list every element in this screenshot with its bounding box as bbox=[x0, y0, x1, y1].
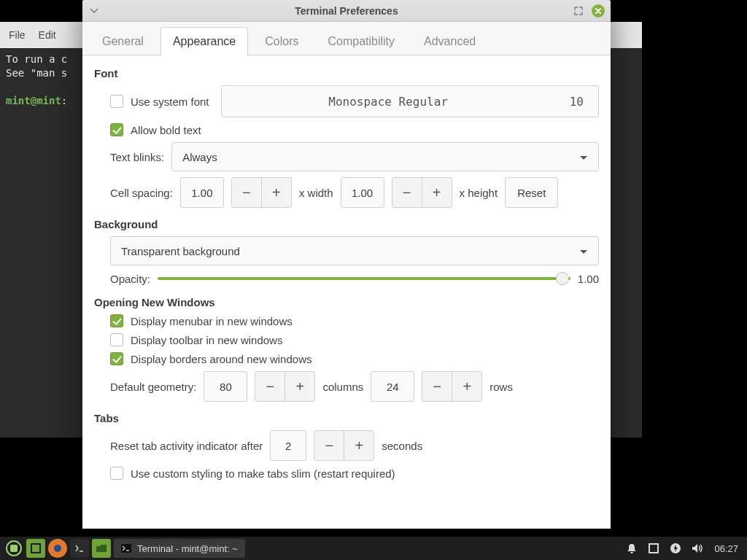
taskbar-active-window[interactable]: Terminal - mint@mint: ~ bbox=[114, 539, 245, 558]
font-size: 10 bbox=[570, 95, 584, 109]
terminal-icon bbox=[121, 544, 131, 553]
window-menu-icon[interactable] bbox=[88, 5, 100, 17]
opacity-label: Opacity: bbox=[110, 273, 150, 285]
font-chooser-button[interactable]: Monospace Regular 10 bbox=[221, 85, 599, 117]
geometry-cols-dec[interactable]: − bbox=[255, 371, 285, 402]
menu-edit[interactable]: Edit bbox=[39, 29, 56, 41]
tab-appearance[interactable]: Appearance bbox=[160, 27, 248, 55]
cell-spacing-label: Cell spacing: bbox=[110, 187, 173, 199]
geometry-cols-inc[interactable]: + bbox=[285, 371, 315, 402]
cell-spacing-height-dec[interactable]: − bbox=[392, 177, 422, 208]
cell-spacing-width-input[interactable]: 1.00 bbox=[180, 177, 224, 208]
font-name: Monospace Regular bbox=[236, 95, 541, 109]
text-blinks-label: Text blinks: bbox=[110, 151, 164, 163]
section-tabs: Tabs bbox=[94, 412, 599, 424]
cell-spacing-width-dec[interactable]: − bbox=[231, 177, 262, 208]
display-menubar-checkbox[interactable] bbox=[110, 314, 123, 327]
default-geometry-label: Default geometry: bbox=[110, 381, 196, 393]
geometry-rows-inc[interactable]: + bbox=[452, 371, 482, 402]
use-system-font-checkbox[interactable] bbox=[110, 95, 123, 108]
reset-indicator-label: Reset tab activity indicator after bbox=[110, 440, 263, 452]
cell-spacing-height-inc[interactable]: + bbox=[422, 177, 452, 208]
notifications-icon[interactable] bbox=[622, 539, 641, 558]
text-blinks-select[interactable]: Always bbox=[171, 142, 599, 171]
tab-general[interactable]: General bbox=[90, 27, 156, 55]
cell-spacing-width-inc[interactable]: + bbox=[261, 177, 292, 208]
tab-strip: General Appearance Colors Compatibility … bbox=[82, 22, 611, 55]
start-menu-button[interactable] bbox=[4, 539, 23, 558]
reset-indicator-input[interactable]: 2 bbox=[270, 430, 306, 461]
files-launcher[interactable] bbox=[92, 539, 111, 558]
tab-compatibility[interactable]: Compatibility bbox=[315, 27, 407, 55]
section-font: Font bbox=[94, 67, 599, 79]
use-system-font-label: Use system font bbox=[131, 96, 209, 108]
slim-tabs-checkbox[interactable] bbox=[110, 467, 123, 480]
workspace-switcher-icon[interactable] bbox=[644, 539, 663, 558]
cell-spacing-height-input[interactable]: 1.00 bbox=[341, 177, 384, 208]
terminal-launcher[interactable] bbox=[70, 539, 89, 558]
opacity-slider[interactable] bbox=[158, 271, 570, 286]
taskbar: Terminal - mint@mint: ~ 06:27 bbox=[0, 537, 747, 560]
svg-rect-0 bbox=[31, 544, 40, 553]
tab-advanced[interactable]: Advanced bbox=[411, 27, 488, 55]
allow-bold-label: Allow bold text bbox=[131, 124, 201, 136]
display-borders-label: Display borders around new windows bbox=[131, 353, 311, 365]
reset-indicator-suffix: seconds bbox=[382, 440, 422, 452]
taskbar-clock[interactable]: 06:27 bbox=[710, 543, 743, 554]
section-opening-windows: Opening New Windows bbox=[94, 296, 599, 308]
reset-indicator-inc[interactable]: + bbox=[344, 430, 374, 461]
power-icon[interactable] bbox=[666, 539, 685, 558]
slim-tabs-label: Use custom styling to make tabs slim (re… bbox=[131, 467, 395, 480]
terminal-prompt-sep: : bbox=[61, 95, 67, 106]
geometry-cols-suffix: columns bbox=[322, 381, 363, 393]
menu-file[interactable]: File bbox=[9, 29, 26, 41]
background-type-select[interactable]: Transparent background bbox=[110, 236, 599, 265]
display-toolbar-label: Display toolbar in new windows bbox=[131, 334, 282, 346]
show-desktop-button[interactable] bbox=[26, 539, 45, 558]
display-borders-checkbox[interactable] bbox=[110, 352, 123, 365]
geometry-rows-input[interactable]: 24 bbox=[371, 371, 414, 402]
dialog-titlebar[interactable]: Terminal Preferences bbox=[82, 0, 611, 22]
preferences-dialog: Terminal Preferences General Appearance … bbox=[82, 0, 611, 529]
display-toolbar-checkbox[interactable] bbox=[110, 333, 123, 346]
tab-content-appearance: Font Use system font Monospace Regular 1… bbox=[82, 55, 611, 529]
opacity-value: 1.00 bbox=[578, 273, 599, 285]
reset-indicator-dec[interactable]: − bbox=[314, 430, 344, 461]
maximize-icon[interactable] bbox=[573, 5, 584, 17]
display-menubar-label: Display menubar in new windows bbox=[131, 315, 293, 327]
geometry-rows-dec[interactable]: − bbox=[422, 371, 452, 402]
allow-bold-checkbox[interactable] bbox=[110, 123, 123, 136]
firefox-launcher[interactable] bbox=[48, 539, 67, 558]
svg-rect-3 bbox=[649, 544, 658, 553]
text-blinks-value: Always bbox=[182, 151, 217, 163]
taskbar-active-window-title: Terminal - mint@mint: ~ bbox=[137, 543, 238, 554]
geometry-cols-input[interactable]: 80 bbox=[204, 371, 247, 402]
geometry-rows-suffix: rows bbox=[489, 381, 513, 393]
volume-icon[interactable] bbox=[688, 539, 707, 558]
chevron-down-icon bbox=[579, 151, 588, 163]
background-type-value: Transparent background bbox=[121, 245, 240, 257]
svg-point-1 bbox=[54, 545, 61, 552]
tab-colors[interactable]: Colors bbox=[252, 27, 311, 55]
mint-logo-icon bbox=[6, 540, 22, 556]
dialog-title: Terminal Preferences bbox=[295, 5, 398, 17]
svg-rect-2 bbox=[121, 544, 131, 553]
chevron-down-icon bbox=[579, 245, 588, 257]
slider-thumb[interactable] bbox=[556, 272, 569, 285]
terminal-line-2: See "man s bbox=[6, 67, 67, 79]
close-button[interactable] bbox=[592, 4, 605, 18]
cell-spacing-reset-button[interactable]: Reset bbox=[505, 177, 558, 208]
cell-spacing-height-suffix: x height bbox=[460, 187, 498, 199]
cell-spacing-width-suffix: x width bbox=[299, 187, 333, 199]
terminal-prompt-user: mint@mint bbox=[6, 95, 61, 106]
terminal-line-1: To run a c bbox=[6, 53, 67, 65]
section-background: Background bbox=[94, 218, 599, 230]
